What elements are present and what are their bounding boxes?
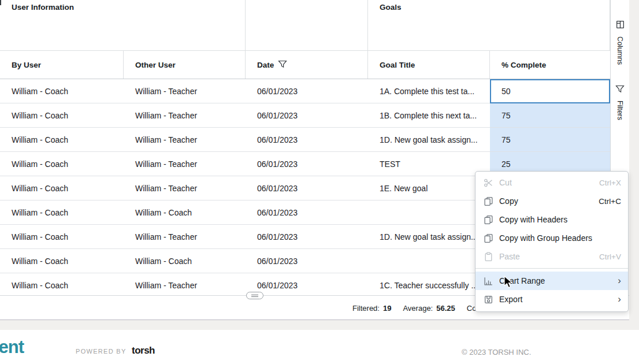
cell-by-user[interactable]: William - Coach — [0, 152, 124, 176]
cell-by-user[interactable]: William - Coach — [0, 103, 124, 128]
menu-item-chart-range[interactable]: Chart Range› — [475, 272, 628, 290]
column-header-row: By UserOther UserDateGoal Title% Complet… — [0, 51, 610, 79]
filter-icon — [278, 60, 287, 70]
columns-icon — [615, 20, 625, 32]
submenu-chevron-icon: › — [618, 276, 621, 285]
cell-date[interactable]: 06/01/2023 — [246, 103, 368, 128]
filtered-label: Filtered: — [352, 304, 380, 313]
column-header-date[interactable]: Date — [246, 51, 368, 79]
side-tab-columns[interactable]: Columns — [611, 20, 629, 65]
group-header-label: User Information — [12, 3, 74, 12]
cell-by-user[interactable]: William - Coach — [0, 79, 124, 103]
cell-other-user[interactable]: William - Teacher — [124, 176, 246, 200]
cell-pct[interactable]: 75 — [490, 128, 610, 152]
cell-date[interactable]: 06/01/2023 — [246, 200, 368, 225]
cell-pct[interactable]: 75 — [490, 103, 610, 128]
cell-other-user[interactable]: William - Coach — [124, 200, 246, 225]
copyright-text: © 2023 TORSH INC. — [462, 348, 531, 356]
cell-goal-title[interactable] — [368, 200, 490, 225]
menu-item-copy-with-group-headers[interactable]: Copy with Group Headers — [475, 229, 628, 247]
cell-other-user[interactable]: William - Teacher — [124, 128, 246, 152]
talent-logo-partial: lent — [0, 337, 24, 358]
cell-goal-title[interactable]: 1D. New goal task assign... — [368, 128, 490, 152]
cell-other-user[interactable]: William - Teacher — [124, 79, 246, 103]
cell-pct[interactable]: 50 — [490, 79, 610, 103]
menu-separator — [475, 268, 628, 269]
column-header--complete[interactable]: % Complete — [490, 51, 610, 79]
menu-item-label: Copy with Group Headers — [499, 233, 592, 243]
column-header-goal-title[interactable]: Goal Title — [368, 51, 490, 79]
cell-date[interactable]: 06/01/2023 — [246, 128, 368, 152]
cell-by-user[interactable]: William - Coach — [0, 176, 124, 200]
mouse-cursor — [504, 276, 514, 292]
cell-date[interactable]: 06/01/2023 — [246, 79, 368, 103]
column-header-label: By User — [12, 61, 41, 69]
cell-by-user[interactable]: William - Coach — [0, 128, 124, 152]
column-header-label: Date — [257, 61, 274, 69]
side-tab-label: Columns — [616, 36, 624, 65]
cell-goal-title[interactable]: 1C. Teacher successfully ... — [368, 273, 490, 295]
menu-item-label: Copy with Headers — [499, 215, 567, 224]
scissors-icon — [483, 177, 493, 188]
cell-goal-title[interactable]: 1E. New goal — [368, 176, 490, 200]
paste-icon — [483, 251, 493, 262]
average-label: Average: — [403, 304, 433, 313]
menu-item-label: Paste — [499, 252, 520, 261]
save-icon — [483, 294, 493, 304]
cell-other-user[interactable]: William - Teacher — [124, 152, 246, 176]
copy-icon — [483, 196, 493, 206]
group-header-goals: Goals — [368, 0, 610, 50]
filtered-value: 19 — [383, 304, 391, 313]
cell-other-user[interactable]: William - Teacher — [124, 225, 246, 249]
cell-goal-title[interactable]: 1B. Complete this next ta... — [368, 103, 490, 128]
menu-item-export[interactable]: Export› — [475, 290, 628, 309]
copy-icon — [483, 233, 493, 243]
cell-goal-title[interactable] — [368, 249, 490, 273]
grid-resize-handle[interactable] — [246, 292, 263, 299]
group-header-label: Goals — [380, 3, 402, 12]
cell-goal-title[interactable]: TEST — [368, 152, 490, 176]
menu-item-copy-with-headers[interactable]: Copy with Headers — [475, 210, 628, 229]
cell-other-user[interactable]: William - Teacher — [124, 103, 246, 128]
chart-icon — [483, 276, 493, 286]
column-header-other-user[interactable]: Other User — [124, 51, 246, 79]
cell-goal-title[interactable]: 1D. New goal task assign... — [368, 225, 490, 249]
menu-shortcut: Ctrl+X — [599, 179, 621, 187]
menu-item-label: Copy — [499, 196, 518, 206]
clipped-artifact — [0, 0, 1, 5]
menu-shortcut: Ctrl+C — [599, 197, 621, 206]
column-header-label: Other User — [135, 61, 176, 69]
menu-item-copy[interactable]: CopyCtrl+C — [475, 192, 628, 210]
menu-item-cut: CutCtrl+X — [475, 173, 628, 192]
cell-by-user[interactable]: William - Coach — [0, 249, 124, 273]
cell-goal-title[interactable]: 1A. Complete this test ta... — [368, 79, 490, 103]
side-tab-label: Filters — [616, 101, 624, 120]
page-background-strip — [629, 0, 639, 320]
cell-date[interactable]: 06/01/2023 — [246, 152, 368, 176]
cell-by-user[interactable]: William - Coach — [0, 273, 124, 295]
cell-date[interactable]: 06/01/2023 — [246, 249, 368, 273]
menu-shortcut: Ctrl+V — [599, 252, 621, 261]
menu-item-label: Export — [499, 295, 522, 304]
cell-by-user[interactable]: William - Coach — [0, 225, 124, 249]
powered-by-label: POWERED BY — [76, 348, 127, 355]
submenu-chevron-icon: › — [618, 294, 621, 304]
group-header-row: User InformationGoals — [0, 0, 610, 51]
cell-date[interactable]: 06/01/2023 — [246, 176, 368, 200]
side-tab-filters[interactable]: Filters — [611, 84, 629, 120]
cell-other-user[interactable]: William - Coach — [124, 249, 246, 273]
cell-date[interactable]: 06/01/2023 — [246, 273, 368, 295]
menu-item-label: Cut — [499, 178, 512, 187]
average-value: 56.25 — [436, 304, 455, 313]
filter-icon — [615, 84, 625, 96]
column-header-label: % Complete — [501, 61, 546, 69]
cell-date[interactable]: 06/01/2023 — [246, 225, 368, 249]
column-header-by-user[interactable]: By User — [0, 51, 124, 79]
table-row: William - CoachWilliam - Teacher06/01/20… — [0, 79, 610, 103]
cell-by-user[interactable]: William - Coach — [0, 200, 124, 225]
copy-icon — [483, 214, 493, 225]
cell-other-user[interactable]: William - Teacher — [124, 273, 246, 295]
column-header-label: Goal Title — [380, 61, 415, 69]
group-header-user-information: User Information — [0, 0, 246, 50]
page-divider-band — [0, 320, 639, 330]
